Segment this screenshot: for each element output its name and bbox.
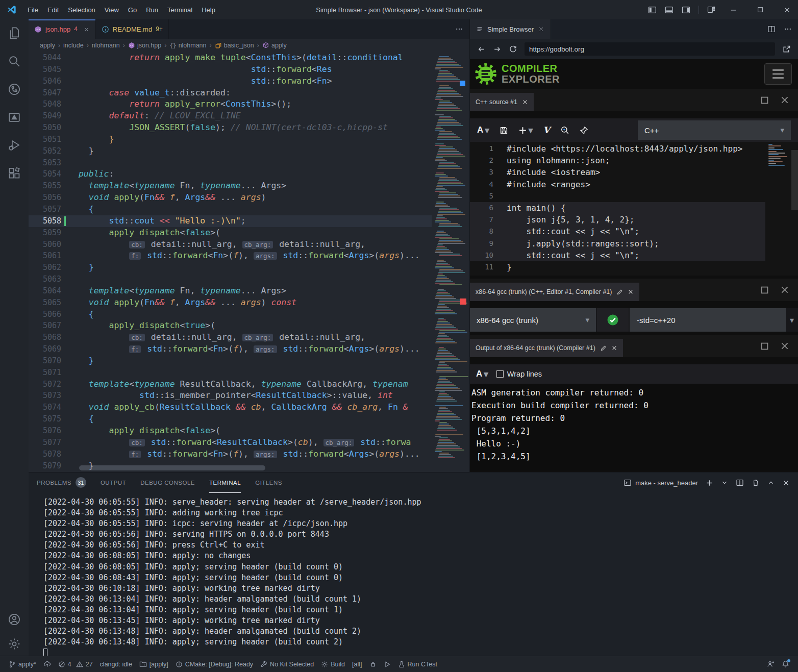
more-actions-icon[interactable]: [784, 25, 792, 33]
close-icon[interactable]: [611, 345, 617, 351]
compiler-explorer-logo-icon[interactable]: [474, 62, 497, 86]
panel-tab-problems[interactable]: PROBLEMS31: [37, 472, 86, 493]
panel-tab-terminal[interactable]: TERMINAL: [209, 472, 241, 493]
account-icon[interactable]: [8, 613, 21, 626]
source-control-icon[interactable]: [8, 83, 21, 96]
terminal-output[interactable]: [2022-04-30 06:05:55] INFO: serve_header…: [29, 493, 798, 658]
maximize-pane-icon[interactable]: [760, 95, 769, 105]
customize-layout-icon[interactable]: [707, 6, 715, 14]
breadcrumb-item-json.hpp[interactable]: json.hpp: [128, 42, 161, 49]
toggle-secondary-sidebar-icon[interactable]: [682, 6, 690, 14]
menu-item-help[interactable]: Help: [197, 4, 220, 16]
panel-tab-debug-console[interactable]: DEBUG CONSOLE: [140, 472, 195, 493]
reload-icon[interactable]: [509, 45, 517, 54]
kill-terminal-icon[interactable]: [752, 479, 760, 487]
horizontal-scrollbar[interactable]: [79, 465, 265, 470]
compiler-options-input[interactable]: -std=c++20: [630, 308, 786, 332]
breadcrumb-item-nlohmann[interactable]: nlohmann: [92, 42, 120, 49]
minimap[interactable]: [433, 52, 469, 465]
debug-item[interactable]: [366, 656, 380, 672]
run-and-debug-icon[interactable]: [8, 139, 21, 152]
pin-icon[interactable]: [580, 126, 588, 135]
compiler-pane-tab[interactable]: x86-64 gcc (trunk) (C++, Editor #1, Comp…: [470, 283, 639, 301]
publish-item[interactable]: [40, 656, 55, 672]
window-minimize-icon[interactable]: [730, 6, 737, 14]
git-branch-item[interactable]: apply*: [5, 656, 40, 672]
tab-close-icon[interactable]: [83, 26, 90, 33]
breadcrumb-item-include[interactable]: include: [63, 42, 84, 49]
ce-source-editor[interactable]: 1#include <https://localhost:8443/apply/…: [470, 142, 798, 276]
panel-tab-gitlens[interactable]: GITLENS: [255, 472, 282, 493]
build-item[interactable]: Build: [317, 656, 348, 672]
code-editor[interactable]: 5044 return apply_make_tuple<ConstThis>(…: [29, 52, 469, 472]
panel-tab-output[interactable]: OUTPUT: [101, 472, 126, 493]
rename-pencil-icon[interactable]: [616, 289, 623, 295]
tab-close-icon[interactable]: [538, 26, 544, 33]
close-icon[interactable]: [628, 289, 634, 295]
feedback-item[interactable]: [763, 660, 778, 668]
launch-item[interactable]: [380, 656, 394, 672]
output-pane-tab[interactable]: Output of x86-64 gcc (trunk) (Compiler #…: [470, 339, 623, 357]
cmake-folder-item[interactable]: [apply]: [136, 656, 172, 672]
notifications-item[interactable]: [778, 660, 793, 668]
terminal-instance-select[interactable]: make - serve_header: [624, 479, 698, 487]
menu-item-run[interactable]: Run: [141, 4, 163, 16]
more-actions-icon[interactable]: [455, 25, 463, 33]
window-close-icon[interactable]: [783, 6, 791, 14]
hamburger-menu-icon[interactable]: [764, 63, 792, 85]
vim-mode-icon[interactable]: V: [543, 125, 550, 135]
close-panel-icon[interactable]: [782, 479, 790, 487]
split-terminal-icon[interactable]: [736, 479, 744, 487]
close-pane-icon[interactable]: [780, 285, 790, 295]
menu-item-edit[interactable]: Edit: [43, 4, 63, 16]
split-editor-icon[interactable]: [767, 25, 776, 33]
search-icon[interactable]: [8, 55, 21, 68]
maximize-pane-icon[interactable]: [760, 341, 769, 351]
menu-item-view[interactable]: View: [100, 4, 123, 16]
breadcrumb-item-basic_json[interactable]: basic_json: [215, 42, 254, 49]
cmake-icon[interactable]: [8, 111, 21, 124]
ctest-item[interactable]: Run CTest: [394, 656, 441, 672]
breadcrumb-item-apply[interactable]: apply: [262, 42, 287, 49]
compiler-select[interactable]: x86-64 gcc (trunk) ▾: [470, 308, 596, 332]
problems-item[interactable]: 4 27: [55, 656, 96, 672]
menu-item-terminal[interactable]: Terminal: [163, 4, 197, 16]
build-target-item[interactable]: [all]: [348, 656, 365, 672]
breadcrumb-item-apply[interactable]: apply: [40, 42, 55, 49]
window-maximize-icon[interactable]: [757, 6, 764, 13]
toggle-panel-icon[interactable]: [665, 6, 674, 14]
add-pane-icon[interactable]: ▾: [518, 125, 533, 136]
tab-json-hpp[interactable]: json.hpp 4: [29, 19, 96, 39]
open-external-icon[interactable]: [782, 45, 791, 54]
extensions-icon[interactable]: [8, 167, 21, 180]
new-terminal-icon[interactable]: [706, 479, 713, 487]
explorer-icon[interactable]: [8, 27, 21, 40]
close-icon[interactable]: [522, 99, 528, 105]
url-input[interactable]: https://godbolt.org: [525, 42, 775, 56]
cmake-status-item[interactable]: CMake: [Debug]: Ready: [172, 656, 257, 672]
source-pane-tab[interactable]: C++ source #1: [470, 93, 534, 111]
save-icon[interactable]: [500, 126, 508, 135]
toggle-primary-sidebar-icon[interactable]: [648, 6, 657, 14]
close-pane-icon[interactable]: [780, 95, 790, 105]
ce-scrollbar[interactable]: [791, 150, 798, 210]
maximize-panel-icon[interactable]: [767, 479, 775, 486]
wrap-lines-checkbox[interactable]: Wrap lines: [496, 370, 542, 378]
menu-item-go[interactable]: Go: [123, 4, 141, 16]
breadcrumb-item-nlohmann[interactable]: {}nlohmann: [169, 42, 206, 49]
menu-item-selection[interactable]: Selection: [63, 4, 99, 16]
menu-item-file[interactable]: File: [23, 4, 43, 16]
maximize-pane-icon[interactable]: [760, 285, 769, 295]
language-select[interactable]: C++ ▾: [638, 120, 791, 140]
kit-item[interactable]: No Kit Selected: [257, 656, 317, 672]
close-pane-icon[interactable]: [780, 341, 790, 351]
tab-simple-browser[interactable]: Simple Browser: [470, 19, 551, 39]
forward-icon[interactable]: [493, 45, 502, 54]
font-size-icon[interactable]: A▾: [477, 125, 489, 136]
clangd-status-item[interactable]: clangd: idle: [96, 656, 136, 672]
back-icon[interactable]: [477, 45, 486, 54]
settings-gear-icon[interactable]: [8, 637, 21, 651]
zoom-icon[interactable]: [560, 126, 569, 135]
terminal-dropdown-icon[interactable]: [721, 479, 728, 486]
tab-readme-md[interactable]: README.md 9+: [96, 19, 169, 39]
